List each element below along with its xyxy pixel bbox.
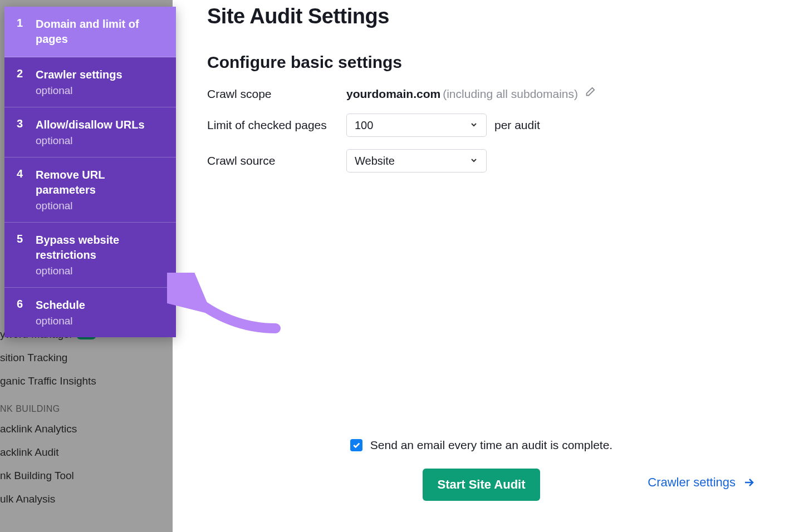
- crawl-scope-domain: yourdomain.com: [346, 87, 440, 101]
- step-number: 2: [17, 67, 36, 97]
- email-notify-checkbox[interactable]: [350, 439, 362, 451]
- crawl-scope-label: Crawl scope: [207, 87, 346, 101]
- chevron-down-icon: [469, 119, 478, 132]
- wizard-sidebar: 1 Domain and limit of pages 2 Crawler se…: [4, 7, 176, 337]
- crawl-scope-row: Crawl scope yourdomain.com (including al…: [207, 86, 772, 101]
- settings-form: Crawl scope yourdomain.com (including al…: [207, 86, 772, 173]
- step-bypass-restrictions[interactable]: 5 Bypass website restrictionsoptional: [4, 223, 176, 288]
- step-title: Schedule: [36, 298, 166, 313]
- email-notify-row: Send an email every time an audit is com…: [207, 439, 756, 452]
- step-optional-label: optional: [36, 265, 166, 277]
- crawler-settings-link[interactable]: Crawler settings: [648, 475, 756, 490]
- pencil-icon[interactable]: [584, 86, 596, 101]
- page-title: Site Audit Settings: [207, 4, 772, 28]
- step-optional-label: optional: [36, 315, 166, 327]
- arrow-right-icon: [742, 476, 756, 489]
- crawl-source-select[interactable]: Website: [346, 149, 487, 173]
- section-heading: Configure basic settings: [207, 53, 772, 72]
- step-title: Crawler settings: [36, 67, 166, 82]
- step-optional-label: optional: [36, 135, 166, 147]
- crawler-settings-link-label: Crawler settings: [648, 475, 736, 490]
- step-title: Remove URL parameters: [36, 168, 166, 198]
- step-number: 4: [17, 168, 36, 212]
- step-title: Bypass website restrictions: [36, 233, 166, 263]
- chevron-down-icon: [469, 155, 478, 168]
- crawl-source-row: Crawl source Website: [207, 149, 772, 173]
- limit-pages-suffix: per audit: [494, 119, 540, 132]
- step-number: 1: [17, 17, 36, 47]
- limit-pages-select[interactable]: 100: [346, 114, 487, 137]
- step-domain-and-limit[interactable]: 1 Domain and limit of pages: [4, 7, 176, 57]
- start-site-audit-button[interactable]: Start Site Audit: [423, 469, 540, 501]
- step-schedule[interactable]: 6 Scheduleoptional: [4, 288, 176, 337]
- step-crawler-settings[interactable]: 2 Crawler settingsoptional: [4, 57, 176, 107]
- step-optional-label: optional: [36, 200, 166, 212]
- crawl-source-label: Crawl source: [207, 154, 346, 168]
- crawl-source-value: Website: [355, 155, 395, 168]
- step-title: Domain and limit of pages: [36, 17, 166, 47]
- step-optional-label: optional: [36, 85, 166, 97]
- footer-actions: Send an email every time an audit is com…: [207, 439, 756, 501]
- step-number: 3: [17, 117, 36, 147]
- crawl-scope-note: (including all subdomains): [443, 87, 578, 101]
- limit-pages-label: Limit of checked pages: [207, 119, 346, 132]
- step-remove-url-parameters[interactable]: 4 Remove URL parametersoptional: [4, 157, 176, 223]
- step-allow-disallow-urls[interactable]: 3 Allow/disallow URLsoptional: [4, 107, 176, 157]
- email-notify-label: Send an email every time an audit is com…: [370, 439, 612, 452]
- step-number: 5: [17, 233, 36, 277]
- limit-pages-value: 100: [355, 119, 373, 132]
- step-number: 6: [17, 298, 36, 327]
- step-title: Allow/disallow URLs: [36, 117, 166, 132]
- limit-pages-row: Limit of checked pages 100 per audit: [207, 114, 772, 137]
